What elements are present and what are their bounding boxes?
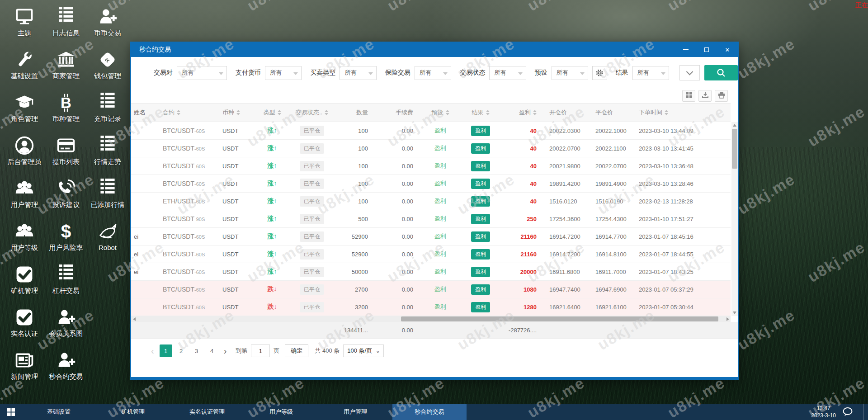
taskbar-tab-用户管理[interactable]: 用户管理	[318, 404, 392, 420]
page-size-value: 100 条/页	[347, 347, 372, 355]
cell-preset: 盈利	[420, 127, 460, 135]
desktop-icon-币种管理[interactable]: B 币种管理	[45, 89, 87, 132]
scroll-right-arrow[interactable]	[725, 316, 731, 322]
caret-down-icon	[580, 72, 585, 75]
search-button[interactable]	[704, 65, 738, 80]
column-header-类型[interactable]: 类型	[254, 109, 290, 117]
page-number-4[interactable]: 4	[206, 344, 218, 357]
taskbar-clock[interactable]: 13:47 2023-3-10	[811, 405, 836, 419]
sort-icon[interactable]	[325, 110, 328, 115]
total-count-label: 共 400 条	[315, 347, 340, 355]
news-icon	[14, 349, 34, 371]
filter-select-买卖类型[interactable]: 所有	[340, 66, 376, 80]
sort-icon[interactable]	[446, 110, 449, 115]
cell-fee: 0.00	[375, 216, 420, 222]
filter-select-交易对[interactable]: 所有	[177, 66, 227, 80]
vertical-scrollbar[interactable]	[731, 122, 738, 316]
cell-order-time: 2023-01-10 17:51:27	[633, 216, 731, 222]
show-desktop-edge[interactable]	[863, 404, 863, 420]
close-button[interactable]: ✕	[717, 42, 738, 57]
horizontal-scrollbar[interactable]	[131, 316, 731, 322]
print-button[interactable]	[715, 90, 728, 102]
column-header-label: 姓名	[134, 109, 146, 117]
taskbar-tab-基础设置[interactable]: 基础设置	[22, 404, 96, 420]
maximize-button[interactable]	[696, 42, 717, 57]
filter-select-预设[interactable]: 所有	[552, 66, 588, 80]
column-header-币种[interactable]: 币种	[217, 109, 254, 117]
cell-qty: 50000	[334, 269, 375, 275]
taskbar-tab-矿机管理[interactable]: 矿机管理	[96, 404, 170, 420]
desktop-icon-商家管理[interactable]: 商家管理	[45, 46, 87, 89]
desktop-icon-会员关系图[interactable]: 会员关系图	[45, 303, 87, 346]
column-header-结果[interactable]: 结果	[460, 109, 501, 117]
prev-page-arrow[interactable]: ‹	[149, 346, 156, 355]
desktop-icon-提币列表[interactable]: 提币列表	[45, 132, 87, 175]
column-header-交易状态..[interactable]: 交易状态..	[290, 109, 334, 117]
desktop-icon-用户管理[interactable]: 用户管理	[4, 175, 45, 217]
sort-icon[interactable]	[533, 110, 537, 115]
page-number-3[interactable]: 3	[190, 344, 203, 357]
confirm-button[interactable]: 确定	[285, 344, 308, 357]
page-size-select[interactable]: 100 条/页 ⌄	[343, 344, 384, 357]
expand-filters-button[interactable]	[679, 65, 700, 80]
desktop-icon-充币记录[interactable]: 充币记录	[87, 89, 128, 132]
desktop-icon-用户风险率[interactable]: $ 用户风险率	[45, 217, 87, 260]
cell-type: 涨↑	[254, 179, 290, 188]
desktop-icon-主题[interactable]: 主题	[4, 3, 45, 46]
sort-icon[interactable]	[665, 110, 668, 115]
filter-select-保险交易[interactable]: 所有	[415, 66, 451, 80]
column-header-预设[interactable]: 预设	[420, 109, 460, 117]
desktop-icon-label: 商家管理	[52, 72, 80, 80]
desktop-icon-用户等级[interactable]: 用户等级	[4, 217, 45, 260]
table-row: ei BTC/USDT-60S USDT 涨↑ 已平仓 50000 0.00 盈…	[131, 263, 731, 281]
start-button[interactable]	[0, 404, 22, 420]
desktop-icon-日志信息[interactable]: 日志信息	[45, 3, 87, 46]
desktop-icon-后台管理员[interactable]: 后台管理员	[4, 132, 45, 175]
minimize-button[interactable]	[675, 42, 696, 57]
filter-label-结果: 结果	[616, 69, 628, 77]
sort-icon[interactable]	[177, 110, 180, 115]
desktop-icon-杠杆交易[interactable]: 杠杆交易	[45, 260, 87, 303]
column-header-开仓价: 开仓价	[544, 109, 590, 117]
taskbar-tab-用户等级[interactable]: 用户等级	[244, 404, 318, 420]
scroll-left-arrow[interactable]	[131, 316, 137, 322]
desktop-icon-已添加行情[interactable]: 已添加行情	[87, 175, 128, 217]
desktop-icon-基础设置[interactable]: 基础设置	[4, 46, 45, 89]
preset-settings-button[interactable]	[592, 66, 607, 80]
desktop-icon-矿机管理[interactable]: 矿机管理	[4, 260, 45, 303]
filter-select-支付货币[interactable]: 所有	[265, 66, 302, 80]
sort-icon[interactable]	[236, 110, 240, 115]
desktop-icon-实名认证[interactable]: 实名认证	[4, 303, 45, 346]
goto-page-input[interactable]	[251, 344, 270, 357]
taskbar-tab-实名认证管理[interactable]: 实名认证管理	[170, 404, 244, 420]
filter-select-结果[interactable]: 所有	[632, 66, 669, 80]
desktop-icon-币币交易[interactable]: 币币交易	[87, 3, 128, 46]
filter-label-交易对: 交易对	[154, 69, 173, 77]
page-number-1[interactable]: 1	[160, 344, 172, 357]
next-page-arrow[interactable]: ›	[222, 346, 229, 355]
page-number-2[interactable]: 2	[175, 344, 188, 357]
grid-button[interactable]	[682, 90, 695, 102]
desktop-icon-投诉建议[interactable]: 投诉建议	[45, 175, 87, 217]
chat-bubble-icon[interactable]	[842, 407, 854, 417]
cell-name: ei	[128, 251, 157, 258]
desktop-icon-钱包管理[interactable]: « 钱包管理	[87, 46, 128, 89]
desktop-icon-秒合约交易[interactable]: 秒合约交易	[45, 346, 87, 389]
filter-select-交易状态[interactable]: 所有	[489, 66, 526, 80]
export-button[interactable]	[698, 90, 712, 102]
desktop-icon-新闻管理[interactable]: 新闻管理	[4, 346, 45, 389]
vertical-scroll-thumb[interactable]	[732, 129, 737, 169]
column-header-下单时间[interactable]: 下单时间	[633, 109, 731, 117]
column-header-盈利[interactable]: 盈利	[501, 109, 544, 117]
sort-icon[interactable]	[278, 110, 281, 115]
desktop-icon-行情走势[interactable]: 行情走势	[87, 132, 128, 175]
desktop-icon-角色管理[interactable]: 角色管理	[4, 89, 45, 132]
scroll-down-arrow[interactable]	[731, 310, 738, 316]
horizontal-scroll-thumb[interactable]	[401, 316, 719, 321]
desktop-icon-Robot[interactable]: Robot	[87, 217, 128, 260]
sort-icon[interactable]	[486, 110, 490, 115]
cell-status: 已平仓	[290, 249, 334, 260]
taskbar-tab-秒合约交易[interactable]: 秒合约交易	[392, 404, 467, 420]
scroll-up-arrow[interactable]	[731, 122, 738, 128]
column-header-合约[interactable]: 合约	[157, 109, 217, 117]
